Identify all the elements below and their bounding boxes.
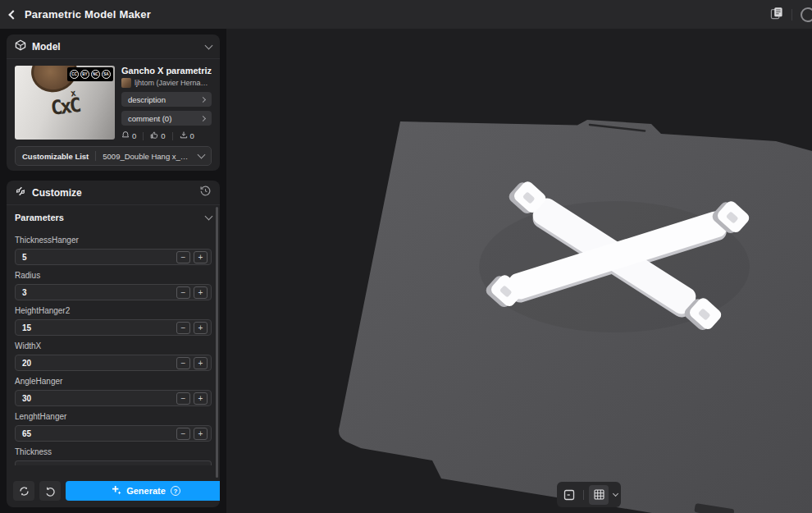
list-selected-value: 5009_Double Hang x_Parametrizable... bbox=[103, 152, 192, 161]
help-icon[interactable]: ? bbox=[171, 486, 180, 496]
cc-icon: CC bbox=[70, 70, 79, 79]
chevron-right-icon bbox=[200, 96, 206, 102]
list-divider bbox=[95, 151, 96, 161]
stats-divider bbox=[143, 132, 144, 140]
increment-button[interactable]: + bbox=[194, 251, 208, 263]
model-stats: 0 0 0 bbox=[121, 131, 212, 141]
chevron-down-icon[interactable] bbox=[613, 491, 618, 497]
download-icon bbox=[180, 131, 190, 141]
param-input[interactable]: 15 − + bbox=[15, 319, 212, 336]
parameters-section-header[interactable]: Parameters bbox=[15, 205, 212, 230]
model-panel: Model CxC x CC BY NC SA Gancho X paramet… bbox=[7, 34, 220, 171]
param-input[interactable]: 65 − + bbox=[15, 425, 212, 442]
plate-view-button[interactable] bbox=[560, 486, 578, 504]
param-label: HeightHanger2 bbox=[15, 306, 212, 315]
stat-value: 0 bbox=[190, 131, 194, 140]
cc-by-icon: BY bbox=[80, 70, 89, 79]
copy-pages-icon[interactable] bbox=[770, 7, 783, 23]
decrement-button[interactable]: − bbox=[176, 322, 190, 334]
model-panel-title: Model bbox=[32, 41, 61, 53]
param-heighthanger2: HeightHanger2 15 − + bbox=[15, 306, 212, 336]
description-button[interactable]: description bbox=[121, 92, 212, 107]
param-thickness: Thickness bbox=[15, 447, 212, 465]
stat-value: 0 bbox=[161, 131, 165, 140]
viewport-controls bbox=[557, 482, 621, 507]
generate-button[interactable]: Generate ? bbox=[66, 481, 220, 501]
param-value: 30 bbox=[22, 394, 173, 403]
param-input[interactable]: 5 − + bbox=[15, 249, 212, 265]
app-window: Parametric Model Maker Model bbox=[0, 0, 812, 513]
param-label: LenghtHanger bbox=[15, 412, 212, 421]
plus-sparkle-icon bbox=[112, 485, 121, 497]
param-label: Radius bbox=[15, 271, 212, 280]
history-icon[interactable] bbox=[199, 185, 212, 200]
thumbs-up-icon bbox=[150, 131, 161, 141]
increment-button[interactable]: + bbox=[194, 286, 208, 299]
generate-label: Generate bbox=[126, 486, 166, 496]
list-label: Customizable List bbox=[22, 152, 89, 161]
model-title: Gancho X parametrizable. bbox=[121, 66, 212, 76]
top-bar: Parametric Model Maker bbox=[0, 0, 812, 29]
cc-sa-icon: SA bbox=[102, 70, 111, 79]
param-input[interactable]: 3 − + bbox=[15, 284, 212, 300]
regenerate-button[interactable] bbox=[13, 481, 34, 501]
customize-panel-title: Customize bbox=[32, 187, 82, 199]
param-lenghthanger: LenghtHanger 65 − + bbox=[15, 412, 212, 442]
topbar-divider bbox=[791, 9, 792, 21]
stats-divider bbox=[172, 132, 173, 140]
author-avatar bbox=[121, 78, 131, 88]
param-value: 5 bbox=[22, 253, 173, 262]
param-label: AngleHanger bbox=[15, 377, 212, 386]
bell-icon bbox=[121, 131, 132, 141]
param-value: 3 bbox=[22, 288, 173, 297]
back-chevron-icon[interactable] bbox=[8, 10, 17, 19]
thumbnail-x-mark: x bbox=[70, 88, 76, 99]
chevron-down-icon bbox=[205, 213, 213, 221]
model-panel-header[interactable]: Model bbox=[7, 34, 220, 59]
generate-action-bar: Generate ? bbox=[13, 480, 220, 502]
decrement-button[interactable]: − bbox=[176, 357, 190, 369]
parameters-label: Parameters bbox=[15, 213, 64, 222]
viewport-3d[interactable] bbox=[226, 29, 812, 513]
controls-divider bbox=[583, 490, 584, 500]
cc-nc-icon: NC bbox=[91, 70, 100, 79]
param-value: 15 bbox=[22, 323, 173, 332]
customize-panel: Customize Parameters ThicknessHanger 5 − bbox=[7, 181, 220, 507]
decrement-button[interactable]: − bbox=[176, 428, 190, 440]
chevron-down-icon bbox=[198, 151, 206, 159]
param-input[interactable]: 20 − + bbox=[15, 355, 212, 371]
param-radius: Radius 3 − + bbox=[15, 271, 212, 300]
model-thumbnail[interactable]: CxC x CC BY NC SA bbox=[15, 66, 115, 140]
author-name: ljhtom (Javier Hernando) bbox=[135, 79, 212, 87]
increment-button[interactable]: + bbox=[194, 357, 208, 369]
cube-icon bbox=[15, 39, 26, 54]
customize-panel-header[interactable]: Customize bbox=[7, 181, 220, 205]
param-label: ThicknessHanger bbox=[15, 236, 212, 245]
param-value: 65 bbox=[22, 429, 173, 438]
comment-label: comment (0) bbox=[128, 114, 171, 123]
param-input[interactable] bbox=[15, 460, 212, 465]
grid-view-button[interactable] bbox=[589, 485, 609, 505]
increment-button[interactable]: + bbox=[194, 428, 208, 440]
param-input[interactable]: 30 − + bbox=[15, 390, 212, 406]
comment-button[interactable]: comment (0) bbox=[121, 111, 212, 126]
param-label: WidthX bbox=[15, 341, 212, 350]
chevron-right-icon bbox=[200, 115, 206, 121]
param-anglehanger: AngleHanger 30 − + bbox=[15, 377, 212, 406]
param-widthx: WidthX 20 − + bbox=[15, 341, 212, 371]
avatar[interactable] bbox=[801, 7, 812, 22]
chevron-down-icon[interactable] bbox=[205, 41, 213, 49]
param-value: 20 bbox=[22, 359, 173, 368]
viewport-scene bbox=[226, 29, 812, 513]
increment-button[interactable]: + bbox=[194, 392, 208, 405]
tune-sliders-icon bbox=[15, 186, 26, 200]
undo-button[interactable] bbox=[39, 481, 61, 501]
scrollbar-thumb[interactable] bbox=[216, 207, 218, 478]
increment-button[interactable]: + bbox=[194, 322, 208, 334]
param-label: Thickness bbox=[15, 447, 212, 456]
decrement-button[interactable]: − bbox=[176, 392, 190, 405]
stat-value: 0 bbox=[132, 131, 136, 140]
decrement-button[interactable]: − bbox=[176, 286, 190, 299]
decrement-button[interactable]: − bbox=[176, 251, 190, 263]
customizable-list-dropdown[interactable]: Customizable List 5009_Double Hang x_Par… bbox=[15, 146, 212, 166]
